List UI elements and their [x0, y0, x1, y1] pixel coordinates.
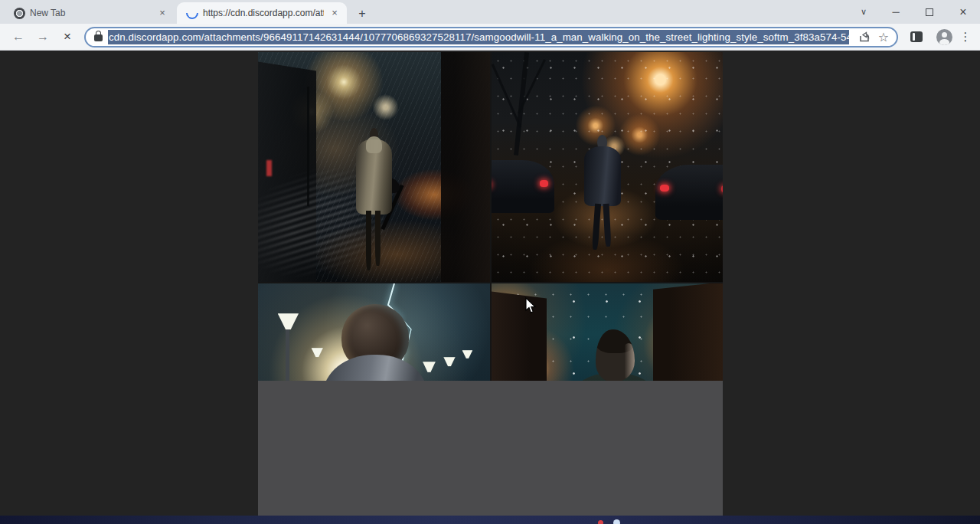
tab-title: https://cdn.discordapp.com/atta: [203, 8, 324, 18]
tile-art: [258, 52, 490, 282]
forward-button[interactable]: →: [33, 27, 53, 47]
profile-avatar[interactable]: [936, 29, 952, 45]
url-selected-text[interactable]: cdn.discordapp.com/attachments/966491171…: [108, 30, 849, 44]
man-silhouette: [584, 135, 621, 250]
tab-new-tab[interactable]: New Tab ×: [5, 2, 175, 24]
tab-close-icon[interactable]: ×: [156, 7, 168, 19]
man-silhouette: [355, 128, 392, 270]
taskbar-icon-light: [613, 519, 620, 524]
bookmark-star-icon[interactable]: ☆: [878, 30, 889, 44]
restore-icon: [926, 8, 933, 16]
tab-strip: New Tab × https://cdn.discordapp.com/att…: [0, 0, 980, 24]
avatar-body: [939, 39, 949, 45]
url-input[interactable]: cdn.discordapp.com/attachments/966491171…: [84, 27, 898, 47]
new-tab-button[interactable]: +: [354, 5, 371, 22]
share-icon[interactable]: [858, 31, 871, 43]
image-tile-bottom-left: [258, 283, 490, 381]
minimize-button[interactable]: ─: [879, 6, 913, 18]
taskbar-icon-red: [598, 520, 603, 524]
stop-loading-button[interactable]: ×: [57, 27, 77, 47]
side-panel-icon[interactable]: [910, 31, 923, 42]
page-content: [0, 51, 980, 516]
chrome-logo-icon: [14, 8, 25, 19]
loading-spinner-icon: [184, 5, 201, 22]
avatar-head: [942, 32, 947, 38]
restore-button[interactable]: [913, 8, 946, 16]
close-window-button[interactable]: ×: [946, 5, 980, 19]
man-profile-head: [596, 329, 635, 381]
mouse-cursor: [525, 297, 537, 314]
car-silhouette: [492, 160, 554, 213]
browser-toolbar: ← → × cdn.discordapp.com/attachments/966…: [0, 24, 980, 51]
browser-window: New Tab × https://cdn.discordapp.com/att…: [0, 0, 980, 524]
window-controls: ∨ ─ ×: [848, 0, 980, 24]
tab-search-chevron-icon[interactable]: ∨: [848, 7, 879, 17]
tab-discord-attachment[interactable]: https://cdn.discordapp.com/atta ×: [177, 2, 347, 24]
attachment-image[interactable]: [258, 52, 723, 516]
car-silhouette: [655, 165, 723, 220]
lock-icon[interactable]: [94, 34, 103, 41]
image-tile-top-left: [258, 52, 490, 282]
taskbar-sliver[interactable]: [0, 516, 980, 524]
tile-art: [258, 283, 490, 381]
menu-kebab-icon[interactable]: ⋮: [959, 30, 972, 44]
tile-art: [492, 52, 723, 282]
back-button[interactable]: ←: [8, 27, 28, 47]
tab-close-icon[interactable]: ×: [328, 7, 341, 19]
image-tile-top-right: [492, 52, 723, 282]
tab-title: New Tab: [30, 8, 152, 18]
image-loading-placeholder: [258, 381, 723, 516]
